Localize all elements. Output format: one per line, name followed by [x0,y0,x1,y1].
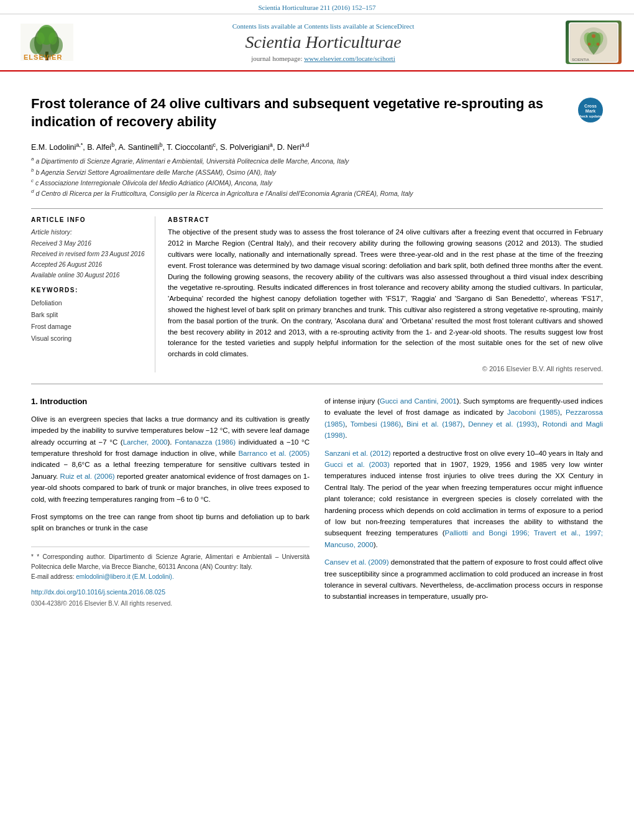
svg-point-14 [592,34,595,38]
email-link[interactable]: emlodolini@libero.it (E.M. Lodolini). [76,573,173,580]
main-col-left: 1. Introduction Olive is an evergreen sp… [31,395,310,609]
crossmark-badge[interactable]: Cross Mark check updates [578,98,603,122]
sciencedirect-text: Contents lists available at Contents lis… [81,22,566,30]
affiliation-c: c c Associazione Interregionale Olivicol… [31,177,603,188]
affiliation-b: b b Agenzia Servizi Settore Agroalimenta… [31,167,603,177]
affiliation-a: a a Dipartimento di Scienze Agrarie, Ali… [31,155,603,166]
svg-text:Cross: Cross [584,104,597,108]
paper-body: Frost tolerance of 24 olive cultivars an… [0,72,634,621]
info-abstract-section: ARTICLE INFO Article history: Received 3… [31,208,603,372]
journal-reference-bar: Scientia Horticulturae 211 (2016) 152–15… [0,0,634,14]
received-revised-date: Received in revised form 23 August 2016 [31,249,146,259]
title-section: Frost tolerance of 24 olive cultivars an… [31,84,603,137]
main-text-columns: 1. Introduction Olive is an evergreen sp… [31,395,603,609]
available-online-date: Available online 30 August 2016 [31,270,146,280]
elsevier-tree-icon: ELSEVIER [21,24,73,61]
issn-line: 0304-4238/© 2016 Elsevier B.V. All right… [31,599,310,609]
keyword-frost-damage: Frost damage [31,321,146,333]
abstract-column: ABSTRACT The objective of the present st… [168,216,603,372]
article-info-column: ARTICLE INFO Article history: Received 3… [31,216,155,372]
keyword-visual-scoring: Visual scoring [31,333,146,344]
article-info-label: ARTICLE INFO [31,216,146,223]
journal-title-header: Scientia Horticulturae [81,32,566,52]
doi-line[interactable]: http://dx.doi.org/10.1016/j.scienta.2016… [31,587,310,598]
sciencedirect-link[interactable]: Contents lists available at ScienceDirec… [304,22,414,30]
svg-text:ELSEVIER: ELSEVIER [24,53,62,61]
intro-para1: Olive is an evergreen species that lacks… [31,413,310,505]
svg-text:SCIENTIA: SCIENTIA [572,58,589,62]
right-para1: of intense injury (Gucci and Cantini, 20… [324,395,603,441]
abstract-label: ABSTRACT [168,216,603,223]
svg-point-16 [597,42,600,45]
intro-heading: 1. Introduction [31,395,310,408]
elsevier-logo: ELSEVIER [12,24,81,61]
intro-para2: Frost symptoms on the tree can range fro… [31,511,310,534]
journal-homepage-link[interactable]: www.elsevier.com/locate/scihorti [304,55,395,62]
svg-point-6 [36,32,45,45]
section-divider [31,384,603,384]
keyword-defoliation: Defoliation [31,297,146,309]
svg-text:check updates: check updates [579,114,602,118]
abstract-text: The objective of the present study was t… [168,227,603,360]
journal-logo-right: SCIENTIA [566,21,622,64]
affiliations: a a Dipartimento di Scienze Agrarie, Ali… [31,155,603,198]
history-label: Article history: [31,227,146,238]
rights-text: © 2016 Elsevier B.V. All rights reserved… [168,365,603,372]
accepted-date: Accepted 26 August 2016 [31,259,146,270]
article-title: Frost tolerance of 24 olive cultivars an… [31,95,566,131]
keyword-bark-split: Bark split [31,309,146,321]
article-history: Article history: Received 3 May 2016 Rec… [31,227,146,280]
svg-point-7 [48,32,57,45]
received-date: Received 3 May 2016 [31,238,146,249]
journal-header: ELSEVIER Contents lists available at Con… [0,14,634,72]
keywords-section: Keywords: Defoliation Bark split Frost d… [31,287,146,344]
footnote-star: * * Corresponding author. Dipartimento d… [31,552,310,572]
svg-point-15 [588,42,591,45]
affiliation-d: d d Centro di Ricerca per la Frutticoltu… [31,188,603,198]
keywords-label: Keywords: [31,287,146,293]
journal-homepage: journal homepage: www.elsevier.com/locat… [81,55,566,62]
footnote-email: E-mail address: emlodolini@libero.it (E.… [31,572,310,582]
footnote-area: * * Corresponding author. Dipartimento d… [31,547,310,609]
right-para3: Cansev et al. (2009) demonstrated that t… [324,556,603,602]
journal-center-info: Contents lists available at Contents lis… [81,22,566,62]
right-para2: Sanzani et al. (2012) reported a destruc… [324,448,603,551]
svg-text:Mark: Mark [586,109,595,113]
authors-line: E.M. Lodolinia,*, B. Alfeib, A. Santinel… [31,142,603,152]
main-col-right: of intense injury (Gucci and Cantini, 20… [324,395,603,609]
